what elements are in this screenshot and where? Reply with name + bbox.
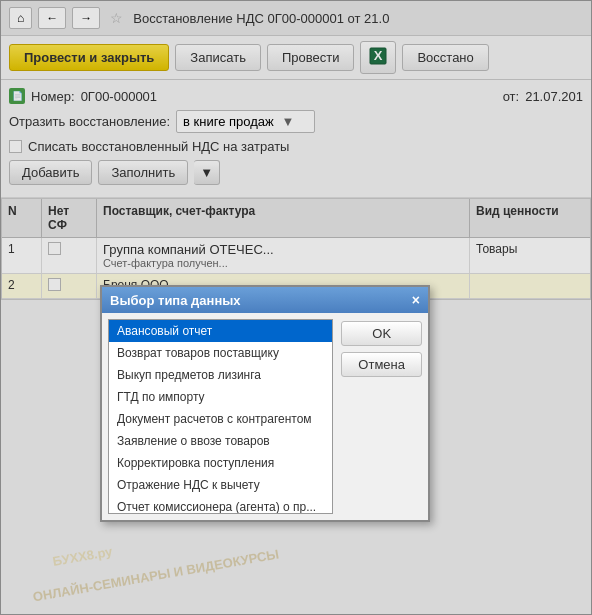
modal-list-item[interactable]: Заявление о ввозе товаров (109, 430, 332, 452)
modal-title-text: Выбор типа данных (110, 293, 241, 308)
modal-list-item[interactable]: ГТД по импорту (109, 386, 332, 408)
modal-list-item[interactable]: Выкуп предметов лизинга (109, 364, 332, 386)
modal-buttons: OK Отмена (341, 319, 422, 514)
modal-list-item[interactable]: Отчет комиссионера (агента) о пр... (109, 496, 332, 514)
modal-list-item[interactable]: Отражение НДС к вычету (109, 474, 332, 496)
modal-ok-button[interactable]: OK (341, 321, 422, 346)
modal-list-item[interactable]: Возврат товаров поставщику (109, 342, 332, 364)
modal-dialog: Выбор типа данных × Авансовый отчетВозвр… (100, 285, 430, 522)
modal-list-item[interactable]: Корректировка поступления (109, 452, 332, 474)
modal-list-item[interactable]: Авансовый отчет (109, 320, 332, 342)
modal-cancel-button[interactable]: Отмена (341, 352, 422, 377)
modal-title-bar: Выбор типа данных × (102, 287, 428, 313)
modal-close-button[interactable]: × (412, 292, 420, 308)
modal-content: Авансовый отчетВозврат товаров поставщик… (102, 313, 428, 520)
modal-list-item[interactable]: Документ расчетов с контрагентом (109, 408, 332, 430)
modal-overlay: Выбор типа данных × Авансовый отчетВозвр… (0, 0, 592, 615)
modal-list[interactable]: Авансовый отчетВозврат товаров поставщик… (108, 319, 333, 514)
